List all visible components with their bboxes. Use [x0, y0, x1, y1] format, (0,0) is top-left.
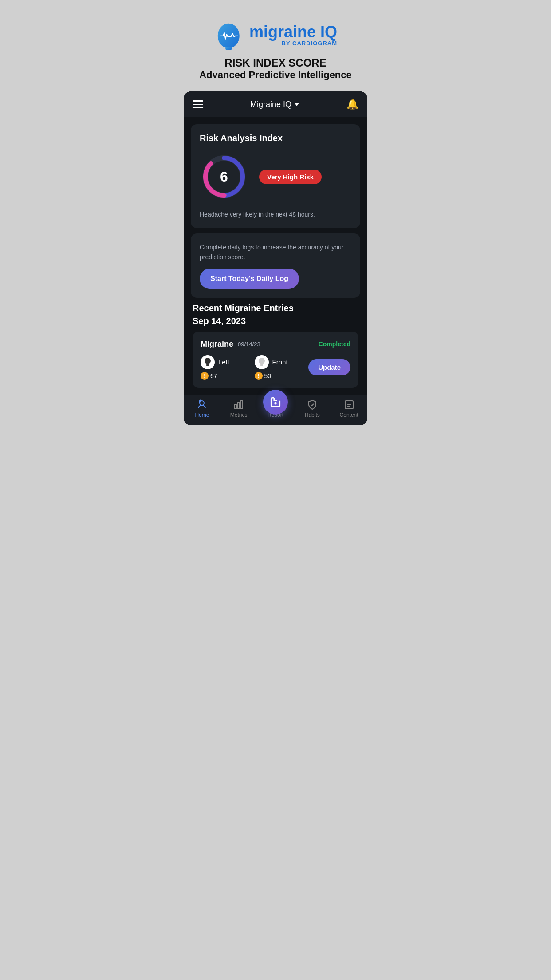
migraine-title-row: Migraine 09/14/23	[201, 340, 260, 349]
warning-icon-front: !	[255, 372, 263, 380]
nav-label-content: Content	[340, 412, 358, 418]
nav-title-area[interactable]: Migraine IQ	[250, 100, 299, 109]
risk-description: Headache very likely in the next 48 hour…	[200, 210, 351, 219]
recent-section: Recent Migraine Entries Sep 14, 2023 Mig…	[191, 303, 360, 388]
page-title-line2: Advanced Predictive Intelligence	[199, 69, 352, 81]
main-content: Risk Analysis Index 6	[184, 117, 367, 395]
head-front-icon	[255, 355, 269, 369]
nav-item-home[interactable]: Home	[184, 399, 220, 418]
report-fab-icon	[270, 396, 281, 408]
warning-icon-left: !	[201, 372, 209, 380]
app-screen: Migraine IQ 🔔 Risk Analysis Index	[184, 91, 367, 425]
content-icon	[344, 399, 354, 410]
location-left-item: Left ! 67	[201, 355, 255, 380]
top-nav: Migraine IQ 🔔	[184, 91, 367, 117]
risk-analysis-card: Risk Analysis Index 6	[191, 124, 360, 228]
migraine-card-header: Migraine 09/14/23 Completed	[201, 340, 350, 349]
recent-entries-title: Recent Migraine Entries	[193, 303, 358, 313]
svg-point-5	[205, 358, 211, 364]
update-entry-button[interactable]: Update	[308, 359, 350, 375]
svg-rect-6	[206, 364, 209, 366]
nav-item-metrics[interactable]: Metrics	[220, 399, 257, 418]
nav-label-metrics: Metrics	[230, 412, 248, 418]
svg-rect-8	[260, 364, 263, 366]
nav-label-home: Home	[195, 412, 209, 418]
location-front-label: Front	[272, 358, 288, 366]
branding-area: migraine IQ BY CARDIOGRAM RISK INDEX SCO…	[184, 9, 367, 91]
nav-item-report[interactable]: Report	[257, 399, 294, 418]
location-left-severity-value: 67	[210, 372, 217, 379]
location-front-severity: ! 50	[255, 372, 272, 380]
page-title-line1: RISK INDEX SCORE	[199, 57, 352, 69]
location-left-label: Left	[218, 358, 229, 366]
location-left-top: Left	[201, 355, 229, 369]
habits-icon	[307, 399, 318, 410]
location-left-severity: ! 67	[201, 372, 217, 380]
bottom-nav: Home Metrics	[184, 395, 367, 425]
notification-bell-icon[interactable]: 🔔	[346, 99, 358, 110]
fab-report-button[interactable]	[263, 390, 288, 415]
nav-label-habits: Habits	[305, 412, 320, 418]
location-front-severity-value: 50	[264, 372, 272, 379]
nav-app-title: Migraine IQ	[250, 100, 291, 109]
risk-card-title: Risk Analysis Index	[200, 133, 351, 143]
migraine-status-badge: Completed	[319, 340, 350, 348]
chevron-down-icon	[294, 103, 299, 106]
start-daily-log-button[interactable]: Start Today's Daily Log	[200, 269, 299, 289]
location-front-item: Front ! 50	[255, 355, 309, 380]
hamburger-menu-button[interactable]	[193, 100, 203, 108]
nav-item-habits[interactable]: Habits	[294, 399, 331, 418]
svg-rect-12	[241, 401, 243, 409]
recent-entries-date: Sep 14, 2023	[193, 316, 358, 326]
head-left-icon	[201, 355, 215, 369]
migraine-details-row: Left ! 67	[201, 355, 350, 380]
risk-score: 6	[220, 169, 228, 185]
migraine-entry-card: Migraine 09/14/23 Completed	[193, 332, 358, 388]
page-wrapper: migraine IQ BY CARDIOGRAM RISK INDEX SCO…	[184, 9, 367, 425]
svg-rect-1	[225, 47, 232, 50]
svg-rect-11	[238, 403, 240, 409]
donut-chart: 6	[200, 152, 248, 201]
page-title: RISK INDEX SCORE Advanced Predictive Int…	[199, 57, 352, 81]
svg-rect-10	[235, 405, 236, 409]
logo-main-text: migraine IQ	[249, 24, 337, 40]
logo-sub-text: BY CARDIOGRAM	[249, 40, 337, 47]
home-icon	[197, 399, 207, 410]
svg-point-9	[200, 401, 204, 405]
logo-container: migraine IQ BY CARDIOGRAM	[214, 20, 337, 51]
brain-logo-icon	[214, 20, 245, 51]
risk-visual-row: 6 Very High Risk	[200, 152, 351, 201]
logo-text-block: migraine IQ BY CARDIOGRAM	[249, 24, 337, 47]
svg-point-7	[259, 358, 265, 364]
metrics-icon	[233, 399, 244, 410]
migraine-date-badge: 09/14/23	[238, 341, 260, 348]
location-front-top: Front	[255, 355, 288, 369]
daily-log-description: Complete daily logs to increase the accu…	[200, 242, 351, 262]
nav-item-content[interactable]: Content	[331, 399, 367, 418]
risk-badge: Very High Risk	[259, 170, 322, 184]
migraine-label: Migraine	[201, 340, 233, 349]
daily-log-card: Complete daily logs to increase the accu…	[191, 233, 360, 298]
